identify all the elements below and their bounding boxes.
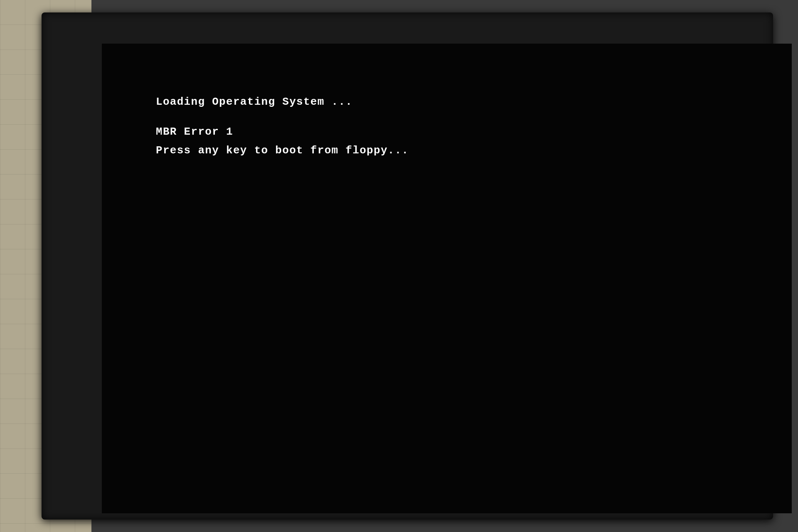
loading-message: Loading Operating System ... bbox=[156, 94, 409, 111]
press-any-key-message: Press any key to boot from floppy... bbox=[156, 142, 409, 160]
outer-frame: Loading Operating System ... MBR Error 1… bbox=[0, 0, 798, 532]
mbr-error-message: MBR Error 1 bbox=[156, 123, 409, 141]
screen: Loading Operating System ... MBR Error 1… bbox=[102, 44, 792, 513]
monitor-bezel: Loading Operating System ... MBR Error 1… bbox=[42, 12, 773, 520]
screen-content: Loading Operating System ... MBR Error 1… bbox=[156, 94, 409, 160]
